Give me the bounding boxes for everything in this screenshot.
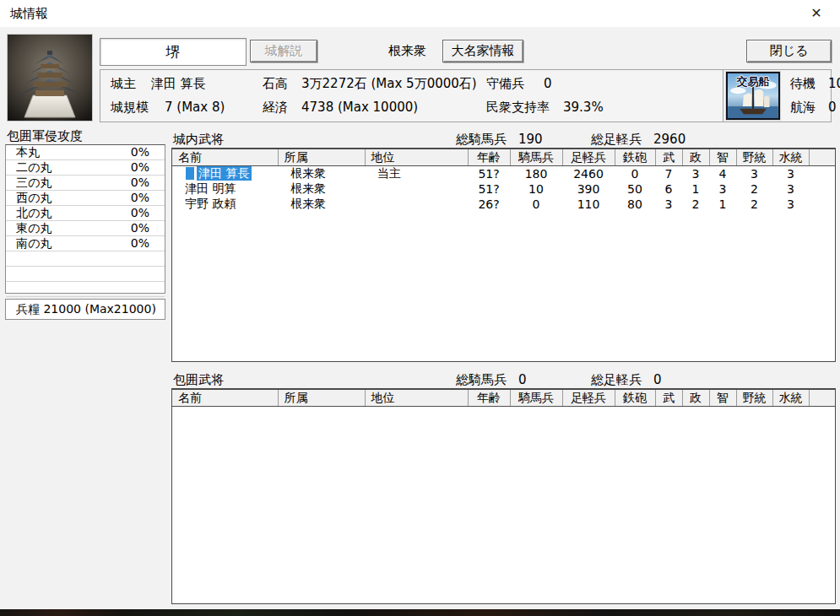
support-label: 民衆支持率 <box>486 100 550 116</box>
ruling-faction-label: 根来衆 <box>388 40 426 62</box>
col-intel: 智 <box>709 390 736 407</box>
officer-cavalry: 0 <box>510 197 562 212</box>
standby-label: 待機 <box>790 76 816 92</box>
col-naval: 水統 <box>772 149 809 166</box>
garrison-total-foot-value: 2960 <box>653 132 686 147</box>
castle-info-window: 城情報 ✕ <box>0 0 840 616</box>
voyage-value: 0 <box>828 100 837 115</box>
castle-illustration <box>8 35 92 121</box>
provisions-box: 兵糧 21000 (Max21000) <box>5 299 165 320</box>
garrison-row[interactable]: 宇野 政頼 根来衆 26? 0 110 80 3 2 1 2 3 <box>172 197 835 212</box>
col-age: 年齢 <box>468 390 510 407</box>
standby-value: 10 <box>828 76 840 91</box>
officer-cavalry: 10 <box>510 181 562 197</box>
officer-name: 津田 算長 <box>197 166 252 181</box>
col-faction: 所属 <box>278 390 365 407</box>
officer-guns: 80 <box>615 197 655 212</box>
col-pol: 政 <box>682 149 709 166</box>
divider <box>723 70 723 122</box>
col-age: 年齢 <box>468 149 510 166</box>
close-button[interactable]: 閉じる <box>746 40 832 62</box>
siege-row-minaminomaru: 南の丸 0% <box>6 236 165 251</box>
officer-intel: 4 <box>709 166 736 182</box>
garrison-table: 名前 所属 地位 年齢 騎馬兵 足軽兵 鉄砲 武 政 智 野統 水統 津田 算長… <box>171 148 836 362</box>
window-close-icon[interactable]: ✕ <box>799 0 833 27</box>
col-cavalry: 騎馬兵 <box>510 390 562 407</box>
col-faction: 所属 <box>278 149 365 166</box>
defense-value: 0 <box>544 76 552 91</box>
scale-label: 城規模 <box>111 100 149 116</box>
siege-total-foot-value: 0 <box>653 372 662 387</box>
officer-name: 津田 明算 <box>172 181 278 197</box>
col-war: 武 <box>655 149 682 166</box>
garrison-total-cavalry-label: 総騎馬兵 <box>456 132 507 148</box>
col-name: 名前 <box>172 149 278 166</box>
col-rank: 地位 <box>365 390 468 407</box>
siege-total-cavalry-value: 0 <box>518 372 527 387</box>
col-name: 名前 <box>172 390 278 407</box>
officer-foot: 110 <box>562 197 615 212</box>
siege-row-ninomaru: 二の丸 0% <box>6 160 165 176</box>
garrison-header-row: 名前 所属 地位 年齢 騎馬兵 足軽兵 鉄砲 武 政 智 野統 水統 <box>172 149 835 166</box>
officer-war: 7 <box>655 166 682 182</box>
col-intel: 智 <box>709 149 736 166</box>
defense-label: 守備兵 <box>486 76 524 92</box>
support-value: 39.3% <box>563 100 604 115</box>
officer-age: 26? <box>468 197 510 212</box>
col-war: 武 <box>655 390 682 407</box>
col-guns: 鉄砲 <box>615 390 655 407</box>
officer-pol: 1 <box>682 181 709 197</box>
officer-faction: 根来衆 <box>278 197 365 212</box>
castle-stats-panel: 城主 津田 算長 城規模 7 (Max 8) 石高 3万2272石 (Max 5… <box>100 69 832 122</box>
officer-guns: 0 <box>615 166 655 182</box>
officer-age: 51? <box>468 166 510 182</box>
siege-row-honmaru: 本丸 0% <box>6 145 165 160</box>
economy-label: 経済 <box>263 100 288 116</box>
siege-warriors-table: 名前 所属 地位 年齢 騎馬兵 足軽兵 鉄砲 武 政 智 野統 水統 <box>171 388 836 604</box>
garrison-row[interactable]: 津田 明算 根来衆 51? 10 390 50 6 1 3 2 3 <box>172 181 835 197</box>
castle-name-field: 堺 <box>100 38 247 66</box>
daimyo-info-button[interactable]: 大名家情報 <box>442 40 523 62</box>
officer-naval: 3 <box>772 181 809 197</box>
siege-total-foot-label: 総足軽兵 <box>591 372 642 388</box>
trade-ship-label: 交易船 <box>728 74 778 89</box>
officer-war: 6 <box>655 181 682 197</box>
titlebar: 城情報 ✕ <box>0 0 840 27</box>
col-naval: 水統 <box>772 390 809 407</box>
garrison-title: 城内武将 <box>173 132 224 148</box>
officer-naval: 3 <box>772 197 809 212</box>
officer-intel: 1 <box>709 197 736 212</box>
officer-name: 宇野 政頼 <box>172 197 278 212</box>
col-filler <box>809 390 835 407</box>
siege-row-empty <box>6 282 165 297</box>
officer-intel: 3 <box>709 181 736 197</box>
window-title: 城情報 <box>10 0 48 27</box>
siege-total-cavalry-label: 総騎馬兵 <box>456 372 507 388</box>
cell-filler <box>809 166 835 182</box>
siege-row-sannomaru: 三の丸 0% <box>6 176 165 191</box>
officer-naval: 3 <box>772 166 809 182</box>
trade-ship-button[interactable]: 交易船 <box>726 72 780 120</box>
col-guns: 鉄砲 <box>615 149 655 166</box>
officer-rank: 当主 <box>365 166 468 182</box>
col-field: 野統 <box>736 149 772 166</box>
siege-row-nishinomaru: 西の丸 0% <box>6 191 165 206</box>
officer-field: 3 <box>736 166 772 182</box>
siege-row-empty <box>6 267 165 282</box>
siege-empty-body <box>172 407 835 422</box>
officer-pol: 3 <box>682 166 709 182</box>
cell-filler <box>809 197 835 212</box>
voyage-label: 航海 <box>790 100 816 116</box>
siege-row-empty <box>6 251 165 267</box>
cell-filler <box>809 181 835 197</box>
castle-image <box>7 34 93 122</box>
officer-guns: 50 <box>615 181 655 197</box>
siege-row-kitanomaru: 北の丸 0% <box>6 206 165 221</box>
officer-pol: 2 <box>682 197 709 212</box>
col-cavalry: 騎馬兵 <box>510 149 562 166</box>
officer-rank <box>365 181 468 197</box>
castle-description-button: 城解説 <box>250 40 317 62</box>
garrison-row-selected[interactable]: 津田 算長 根来衆 当主 51? 180 2460 0 7 3 4 3 3 <box>172 166 835 182</box>
officer-field: 2 <box>736 181 772 197</box>
background-game-strip <box>0 609 840 616</box>
